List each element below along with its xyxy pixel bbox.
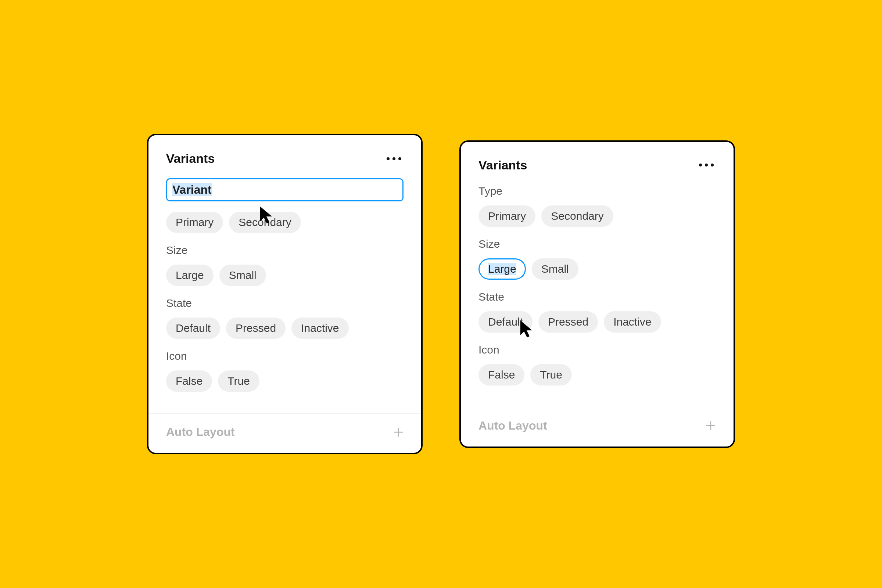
chip-row: Default Pressed Inactive [166, 318, 404, 339]
variant-chip[interactable]: Pressed [538, 311, 598, 333]
panel-header: Variants [478, 158, 716, 172]
variant-chip[interactable]: True [218, 370, 260, 392]
chip-row: Primary Secondary [478, 206, 716, 227]
property-label[interactable]: State [478, 291, 716, 303]
property-label[interactable]: Size [166, 244, 404, 256]
panel-header: Variants [166, 152, 404, 166]
property-label[interactable]: Size [478, 238, 716, 250]
variant-chip[interactable]: Secondary [542, 206, 613, 227]
variant-chip[interactable]: True [530, 364, 572, 386]
variant-chip[interactable]: Primary [478, 206, 536, 227]
variant-chip[interactable]: Default [166, 318, 220, 339]
variants-panel-right: Variants Type Primary Secondary Size Lar… [459, 140, 735, 448]
variant-chip[interactable]: Small [219, 265, 266, 286]
variants-panel-left: Variants Variant Primary Secondary Size … [147, 134, 423, 454]
variant-chip[interactable]: Inactive [291, 318, 348, 339]
panel-body: Variants Variant Primary Secondary Size … [148, 135, 421, 413]
plus-icon[interactable] [393, 427, 404, 437]
more-options-icon[interactable] [699, 164, 716, 166]
chip-row: Large Small [478, 258, 716, 280]
chip-row: False True [166, 370, 404, 392]
property-label[interactable]: Icon [478, 344, 716, 356]
variant-chip[interactable]: Inactive [604, 311, 661, 333]
variant-chip[interactable]: False [166, 370, 212, 392]
variant-chip[interactable]: Large [166, 265, 213, 286]
chip-row: Large Small [166, 265, 404, 286]
variant-chip[interactable]: Primary [166, 212, 223, 233]
variant-chip[interactable]: False [478, 364, 524, 386]
variant-chip-editing[interactable]: Large [478, 258, 526, 280]
property-name-value: Variant [172, 183, 212, 196]
auto-layout-row[interactable]: Auto Layout [148, 413, 421, 453]
panel-title: Variants [478, 158, 527, 172]
variant-chip[interactable]: Pressed [226, 318, 285, 339]
auto-layout-label: Auto Layout [478, 419, 547, 432]
property-label[interactable]: Type [478, 185, 716, 197]
variant-chip[interactable]: Small [532, 258, 579, 280]
property-label[interactable]: State [166, 297, 404, 309]
plus-icon[interactable] [706, 420, 716, 431]
chip-row: Default Pressed Inactive [478, 311, 716, 333]
auto-layout-row[interactable]: Auto Layout [461, 407, 734, 447]
property-label[interactable]: Icon [166, 350, 404, 362]
property-name-input[interactable]: Variant [166, 178, 404, 201]
more-options-icon[interactable] [387, 157, 404, 160]
panel-body: Variants Type Primary Secondary Size Lar… [461, 142, 734, 407]
auto-layout-label: Auto Layout [166, 425, 235, 439]
chip-row: False True [478, 364, 716, 386]
variant-chip[interactable]: Secondary [229, 212, 301, 233]
panel-title: Variants [166, 152, 214, 166]
variant-chip[interactable]: Default [478, 311, 532, 333]
chip-row: Primary Secondary [166, 212, 404, 233]
